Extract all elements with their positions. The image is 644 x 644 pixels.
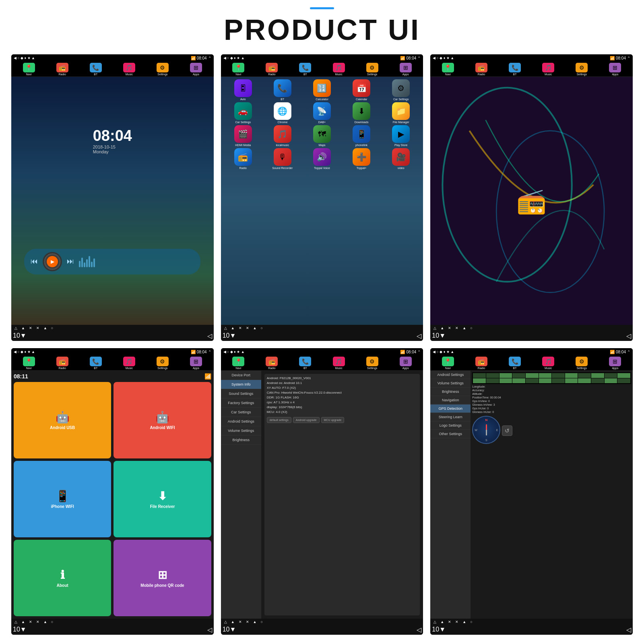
vol-down-2[interactable]: ▼ [229,332,236,340]
nav-settings-6[interactable]: ⚙Settings [576,357,588,369]
mcu-upgrade-button[interactable]: MCU upgrade [321,417,345,423]
nav-apps-4[interactable]: ⊞Apps [190,357,202,369]
app-maps[interactable]: 🗺Maps [312,125,332,147]
nav-apps-2[interactable]: ⊞Apps [400,63,412,76]
nav-radio-3[interactable]: 📻Radio [475,63,487,76]
back-arrow-3[interactable]: ◀ [433,56,436,60]
menu-android-settings[interactable]: Android Settings [221,417,261,426]
android-upgrade-button[interactable]: Android upgrade [293,417,320,423]
bottom-circle-3[interactable]: ○ [470,326,472,330]
app-radio[interactable]: 📻Radio [233,148,254,169]
qr-code-tile[interactable]: ⊞ Mobile phone QR code [114,540,211,616]
vol-down-1[interactable]: ▼ [20,332,27,340]
nav-apps-1[interactable]: ⊞ Apps [190,63,202,76]
back-arrow-6[interactable]: ◀ [433,350,436,354]
vol-down-4[interactable]: ▼ [20,626,27,634]
app-calculator[interactable]: 🔢Calculator [312,79,332,101]
nav-settings-4[interactable]: ⚙Settings [157,357,169,369]
bottom-triangle-1[interactable]: △ [14,326,17,330]
app-dab[interactable]: 📡DAB+ [312,102,332,124]
bottom-x2-3[interactable]: ✕ [455,326,458,330]
app-phonelink[interactable]: 📱phonelink [351,125,372,147]
nav-bt-1[interactable]: 📞 BT [90,63,102,76]
app-toppal-plus[interactable]: ➕Toppal+ [351,148,372,169]
app-bt[interactable]: 📞BT [272,79,293,101]
nav-navi-1[interactable]: 📍 Navi [23,63,35,76]
menu-device-port[interactable]: Device Port [221,371,261,380]
expand-icon-6[interactable]: ⌃ [627,350,630,354]
gps-menu-gps-detection[interactable]: GPS Detection [430,405,471,413]
menu-system-info[interactable]: System Info [221,380,261,389]
bottom-circle-6[interactable]: ○ [470,620,472,624]
nav-radio-5[interactable]: 📻Radio [266,357,278,369]
vol-down-5[interactable]: ▼ [229,626,236,634]
expand-icon-5[interactable]: ⌃ [417,350,421,354]
gps-menu-logo-settings[interactable]: Logo Settings [430,421,471,430]
nav-radio-6[interactable]: 📻Radio [475,357,487,369]
app-car-settings-2[interactable]: 🚗Car Settings [233,102,254,124]
app-file-manager[interactable]: 📁File Manager [390,102,411,124]
app-avin[interactable]: 🎛Avin [233,79,254,101]
android-usb-tile[interactable]: 🤖 Android USB [14,382,111,458]
bottom-triangle-5[interactable]: △ [224,620,227,624]
app-play-store[interactable]: ▶Play Store [390,125,411,147]
back-tri-4[interactable]: ◁ [207,626,212,634]
back-arrow-icon[interactable]: ◀ [14,56,17,60]
gps-refresh-button[interactable]: ↺ [502,425,512,436]
bottom-triangle-4[interactable]: △ [14,620,17,624]
bottom-circle-5[interactable]: ○ [261,620,263,624]
bottom-up-4[interactable]: ▲ [21,620,25,624]
gps-menu-steering-learn[interactable]: Steering Learn [430,413,471,421]
iphone-wifi-tile[interactable]: 📱 iPhone WIFI [14,461,111,537]
bottom-triangle-6[interactable]: △ [433,620,436,624]
default-settings-button[interactable]: default settings [267,417,291,423]
nav-bt-4[interactable]: 📞BT [90,357,102,369]
nav-bt-6[interactable]: 📞BT [509,357,521,369]
nav-settings-1[interactable]: ⚙ Settings [157,63,169,76]
nav-radio-2[interactable]: 📻Radio [266,63,278,76]
bottom-up2-4[interactable]: ▲ [43,620,47,624]
nav-apps-5[interactable]: ⊞Apps [400,357,412,369]
gps-menu-brightness[interactable]: Brightness [430,388,471,396]
play-button[interactable]: ▶ [47,256,58,267]
expand-icon-4[interactable]: ⌃ [208,350,211,354]
bottom-x1-2[interactable]: ✕ [239,326,242,330]
app-downloads[interactable]: ⬇Downloads [351,102,372,124]
file-receiver-tile[interactable]: ⬇ File Receiver [114,461,211,537]
expand-icon[interactable]: ⌃ [208,56,211,60]
expand-icon-2[interactable]: ⌃ [417,56,421,60]
back-arrow-5[interactable]: ◀ [223,350,226,354]
app-car-settings[interactable]: ⚙Car Settings [390,79,411,101]
back-tri-1[interactable]: ◁ [207,332,212,340]
back-tri-2[interactable]: ◁ [417,332,421,340]
nav-apps-3[interactable]: ⊞Apps [609,63,621,76]
nav-music-5[interactable]: 🎵Music [333,357,345,369]
bottom-x1-3[interactable]: ✕ [448,326,451,330]
nav-music-1[interactable]: 🎵 Music [123,63,135,76]
prev-button[interactable]: ⏮ [31,257,38,266]
bottom-x1-1[interactable]: ✕ [29,326,32,330]
next-button[interactable]: ⏭ [67,257,74,266]
menu-sound-settings[interactable]: Sound Settings [221,389,261,398]
nav-radio-1[interactable]: 📻 Radio [56,63,68,76]
nav-radio-4[interactable]: 📻Radio [56,357,68,369]
nav-navi-2[interactable]: 📍Navi [232,63,244,76]
gps-menu-navigation[interactable]: Navigation [430,396,471,405]
back-arrow-2[interactable]: ◀ [223,56,226,60]
bottom-up-5[interactable]: ▲ [231,620,235,624]
vol-down-3[interactable]: ▼ [439,332,446,340]
menu-factory-settings[interactable]: Factory Settings [221,398,261,408]
nav-navi-4[interactable]: 📍Navi [23,357,35,369]
nav-settings-5[interactable]: ⚙Settings [366,357,378,369]
bottom-x2-1[interactable]: ✕ [36,326,39,330]
bottom-triangle-2[interactable]: △ [224,326,227,330]
gps-menu-android-settings[interactable]: Android Settings [430,371,471,379]
bottom-triangle-3[interactable]: △ [433,326,436,330]
nav-music-6[interactable]: 🎵Music [542,357,554,369]
bottom-up2-3[interactable]: ▲ [462,326,466,330]
app-sound-recorder[interactable]: 🎙Sound Recorder [272,148,293,169]
bottom-up2-1[interactable]: ▲ [43,326,47,330]
nav-apps-6[interactable]: ⊞Apps [609,357,621,369]
back-arrow-4[interactable]: ◀ [14,350,17,354]
nav-bt-3[interactable]: 📞BT [509,63,521,76]
